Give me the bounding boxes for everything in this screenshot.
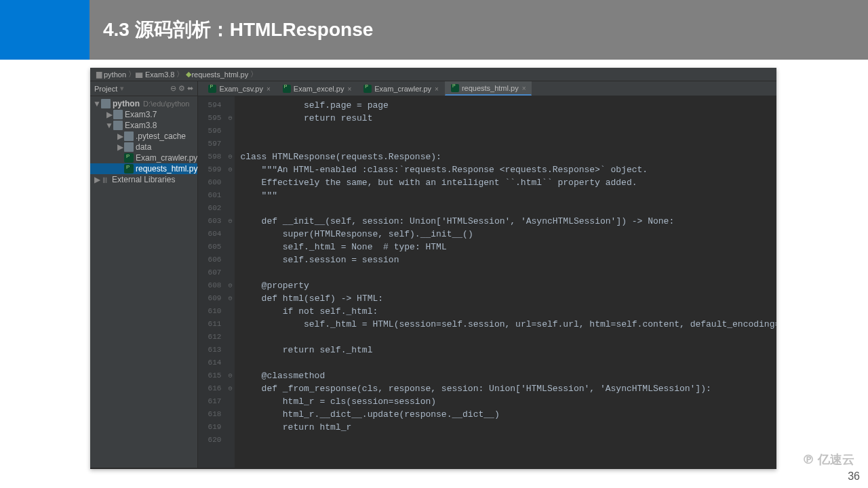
folder-icon: ▆ <box>96 70 102 79</box>
ide-window: ▆ python 〉▆ Exam3.8 〉 ◆ requests_html.py… <box>90 68 776 469</box>
tab-Exam_excel-py[interactable]: Exam_excel.py× <box>277 82 357 96</box>
project-header[interactable]: Project ▾ ⊖ ⚙ ⬌ <box>90 81 197 96</box>
tree-external-libs[interactable]: ▶⫼External Libraries <box>90 174 197 185</box>
page-number: 36 <box>848 470 860 483</box>
slide-accent <box>0 0 90 60</box>
code-editor[interactable]: 5945955965975985996006016026036046056066… <box>198 96 776 468</box>
close-icon[interactable]: × <box>347 85 351 93</box>
tree-item-Exam3-7[interactable]: ▶Exam3.7 <box>90 109 197 120</box>
tree-item-requests_html-py[interactable]: requests_html.py <box>90 163 197 174</box>
tree-item-data[interactable]: ▶data <box>90 142 197 152</box>
breadcrumb-file: requests_html.py <box>191 70 248 79</box>
line-gutter: 5945955965975985996006016026036046056066… <box>198 96 225 468</box>
breadcrumb-folder: Exam3.8 <box>145 70 174 79</box>
close-icon[interactable]: × <box>522 85 526 92</box>
slide-title: 4.3 源码剖析：HTMLResponse <box>90 0 868 60</box>
tree-item-Exam3-8[interactable]: ▼Exam3.8 <box>90 120 197 131</box>
tab-Exam_crawler-py[interactable]: Exam_crawler.py× <box>357 82 445 96</box>
watermark: ℗ 亿速云 <box>802 451 854 468</box>
breadcrumb-root: python <box>104 70 126 79</box>
tree-item-Exam_crawler-py[interactable]: Exam_crawler.py <box>90 152 197 163</box>
tab-requests_html-py[interactable]: requests_html.py× <box>445 81 532 96</box>
project-label: Project <box>94 85 117 93</box>
fold-column[interactable]: ⊖⊖⊖⊖⊖⊖⊖⊖ <box>225 96 235 468</box>
tab-Exam_csv-py[interactable]: Exam_csv.py× <box>202 82 276 96</box>
breadcrumb[interactable]: ▆ python 〉▆ Exam3.8 〉 ◆ requests_html.py… <box>90 68 776 81</box>
tree-root[interactable]: ▼pythonD:\edu\python <box>90 98 197 109</box>
close-icon[interactable]: × <box>435 85 439 93</box>
collapse-icon[interactable]: ⊖ ⚙ ⬌ <box>170 84 193 93</box>
tree-item--pytest_cache[interactable]: ▶.pytest_cache <box>90 131 197 142</box>
code-area[interactable]: self.page = page return resultclass HTML… <box>235 96 776 468</box>
close-icon[interactable]: × <box>267 85 271 93</box>
python-icon: ◆ <box>186 70 191 79</box>
project-tree[interactable]: ▼pythonD:\edu\python▶Exam3.7▼Exam3.8▶.py… <box>90 96 197 185</box>
editor-tabs[interactable]: Exam_csv.py×Exam_excel.py×Exam_crawler.p… <box>198 81 776 96</box>
project-sidebar[interactable]: Project ▾ ⊖ ⚙ ⬌ ▼pythonD:\edu\python▶Exa… <box>90 81 198 468</box>
